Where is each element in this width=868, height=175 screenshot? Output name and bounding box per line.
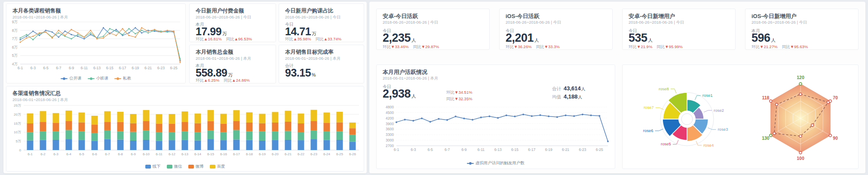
- svg-text:6-1: 6-1: [18, 66, 23, 70]
- legend-item[interactable]: 线下: [145, 164, 161, 169]
- card-title: 本月销售总金额: [196, 49, 233, 56]
- svg-text:6-23: 6-23: [579, 147, 586, 152]
- svg-text:2700: 2700: [386, 144, 394, 148]
- stat-unit: %: [312, 72, 316, 77]
- ios-new-users-card: iOS-今日新增用户 2018-06-26~2018-06-26 | 今日 本月…: [745, 9, 859, 50]
- svg-text:rose4: rose4: [703, 143, 714, 147]
- ratio-label: 同比: [316, 37, 324, 41]
- stat-unit: 人: [411, 37, 416, 43]
- svg-text:6-24: 6-24: [323, 152, 331, 156]
- card-title: iOS-今日新增用户: [751, 12, 797, 20]
- left-dashboard-panel: 本月各类课程销售额 2018-06-01~2018-06-26 | 本月 9万8…: [3, 2, 367, 173]
- svg-text:6-19: 6-19: [259, 152, 266, 156]
- stat-unit: 人: [771, 37, 776, 43]
- legend-item[interactable]: 虚拟用户访问的触发用户数: [467, 160, 524, 166]
- stat-value-row: 596人: [751, 31, 776, 45]
- stat-change-row: 环比▼21.9%同比▼95.99%: [629, 44, 687, 50]
- svg-text:6-10: 6-10: [143, 152, 150, 156]
- svg-text:6-6: 6-6: [92, 152, 97, 156]
- svg-text:20万: 20万: [14, 113, 21, 117]
- svg-text:6-8: 6-8: [118, 152, 123, 156]
- svg-text:3300: 3300: [386, 132, 394, 137]
- svg-text:6-16: 6-16: [220, 152, 227, 156]
- user-activity-legend: 虚拟用户访问的触发用户数: [377, 159, 615, 167]
- legend-label: 线下: [153, 164, 161, 169]
- svg-text:9万: 9万: [12, 20, 18, 24]
- stat-unit: 人: [648, 37, 653, 43]
- svg-text:70: 70: [833, 95, 838, 100]
- svg-text:6-11: 6-11: [156, 152, 163, 156]
- today-new-user-course-ratio-card: 今日新用户购课占比 2018-06-26~2018-06-26 | 今日 今日 …: [279, 3, 364, 42]
- card-subtitle: 2018-06-26~2018-06-26 | 今日: [751, 20, 807, 25]
- svg-text:6-7: 6-7: [56, 66, 61, 70]
- stat-value-row: 535人: [629, 31, 653, 45]
- svg-text:6-25: 6-25: [596, 147, 603, 152]
- legend-label: 百度: [217, 164, 225, 169]
- ratio-label: 环比: [285, 37, 293, 41]
- stat-value: 93.15: [285, 67, 311, 79]
- summary-total: 合计43,614人: [552, 85, 585, 93]
- svg-text:6-15: 6-15: [207, 152, 215, 156]
- ios-daily-active-card: iOS-今日活跃 2018-06-26~2018-06-26 | 今日 今日 2…: [499, 9, 613, 50]
- svg-text:6-9: 6-9: [69, 66, 74, 70]
- svg-text:6-18: 6-18: [246, 152, 253, 156]
- radar-chart: 1207090100130118: [743, 65, 859, 169]
- ratio-label: 环比: [196, 78, 204, 83]
- svg-text:6-21: 6-21: [144, 66, 152, 70]
- stat-value-row: 2,235人: [383, 31, 416, 45]
- svg-text:4200: 4200: [386, 116, 394, 120]
- ratio-label: 同比: [656, 44, 665, 49]
- legend-item[interactable]: 微信: [167, 164, 182, 169]
- svg-text:6-7: 6-7: [445, 147, 450, 152]
- stat-value: 2,201: [506, 31, 534, 44]
- ratio-label: 同比: [446, 96, 454, 101]
- ratio-value: ▼21.9%: [637, 44, 652, 49]
- ratio-value: ▲96.53%: [234, 37, 252, 41]
- stat-unit: 万: [222, 31, 227, 36]
- svg-text:3900: 3900: [386, 122, 394, 126]
- ratio-value: ▼33.46%: [391, 44, 409, 49]
- svg-text:rose6: rose6: [643, 128, 653, 133]
- svg-text:rose1: rose1: [702, 93, 713, 98]
- legend-item[interactable]: 小班课: [88, 76, 109, 81]
- svg-text:10万: 10万: [14, 130, 21, 134]
- ratio-label: 同比: [226, 37, 234, 41]
- stat-value-row: 2,201人: [506, 31, 539, 45]
- svg-text:6-13: 6-13: [181, 152, 189, 156]
- card-title: 今日新用户购课占比: [285, 7, 334, 15]
- svg-text:4800: 4800: [386, 105, 394, 109]
- ratio-value: ▲35.98%: [293, 37, 311, 41]
- legend-item[interactable]: 百度: [210, 164, 225, 169]
- channel-sales-bar-card: 各渠道销售情况汇总 2018-06-01~2018-06-26 | 本月 25万…: [6, 86, 364, 172]
- svg-text:6-15: 6-15: [511, 147, 518, 152]
- stat-change-stack: 环比▼34.51% 同比▼32.35%: [446, 89, 477, 102]
- stat-value-row: 2,938人: [383, 87, 416, 101]
- stat-value-row: 17.99万: [196, 25, 227, 38]
- legend-item[interactable]: 公开课: [61, 76, 82, 81]
- ratio-label: 环比: [506, 44, 514, 49]
- svg-text:6-13: 6-13: [494, 147, 502, 152]
- svg-text:6万: 6万: [12, 45, 18, 49]
- svg-text:6-3: 6-3: [411, 147, 416, 152]
- legend-marker: [467, 163, 474, 164]
- android-daily-active-card: 安卓-今日活跃 2018-06-26~2018-06-26 | 今日 今日 2,…: [376, 9, 490, 50]
- ratio-value: ▲24.86%: [232, 78, 250, 83]
- svg-text:6-21: 6-21: [285, 152, 292, 156]
- legend-marker: [188, 165, 194, 169]
- svg-text:rose5: rose5: [661, 141, 671, 146]
- svg-text:6-3: 6-3: [31, 66, 36, 70]
- ratio-label: 环比: [629, 44, 637, 49]
- summary-average: 均值4,188人: [552, 93, 585, 101]
- card-title: 安卓-今日活跃: [383, 12, 418, 20]
- svg-text:6-20: 6-20: [272, 152, 279, 156]
- card-subtitle: 2018-06-26~2018-06-26 | 今日: [629, 20, 684, 25]
- svg-text:130: 130: [762, 135, 770, 141]
- legend-item[interactable]: 私教: [114, 76, 131, 81]
- stat-change-row: 环比▲16.81%同比▲96.53%: [196, 37, 256, 42]
- channel-sales-bar-chart: 25万20万15万10万5万06-16-26-36-46-56-66-76-86…: [6, 102, 364, 163]
- legend-item[interactable]: 微博: [188, 164, 204, 169]
- stat-value: 558.89: [196, 67, 227, 79]
- legend-marker: [167, 165, 172, 169]
- ratio-value: ▲16.81%: [204, 37, 222, 41]
- svg-text:6-21: 6-21: [562, 147, 569, 152]
